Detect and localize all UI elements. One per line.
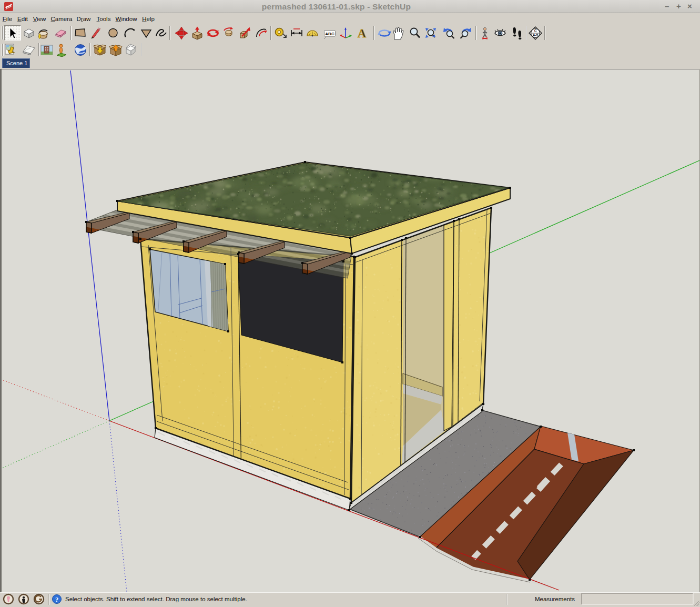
svg-text:?: ? <box>55 596 58 603</box>
svg-text:ABC: ABC <box>325 32 334 36</box>
svg-text:A-5: A-5 <box>533 33 539 37</box>
svg-text:C: C <box>534 29 537 33</box>
svg-text:A: A <box>358 27 367 40</box>
